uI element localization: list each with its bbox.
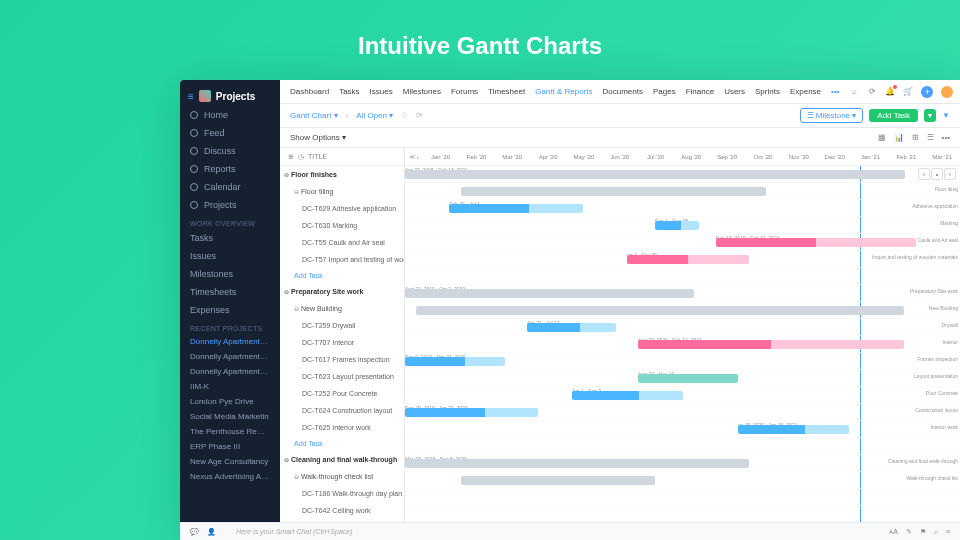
add-icon[interactable]: + [921, 86, 933, 98]
gantt-row[interactable]: New Building [405, 302, 960, 319]
refresh-icon[interactable]: ⟳ [867, 87, 877, 97]
gantt-body[interactable]: ‹ • › Apr 27, 2018 - Feb 13, 2021Floor t… [405, 166, 960, 540]
gantt-bar[interactable] [572, 391, 683, 400]
gantt-bar[interactable] [405, 170, 905, 179]
bell-icon[interactable]: 🔔 [885, 87, 895, 97]
nav-discuss[interactable]: Discuss [180, 142, 280, 160]
gantt-bar[interactable] [738, 425, 849, 434]
gantt-chart[interactable]: ≪ ‹ Jan '20Feb '20Mar '20Apr '20May '20J… [405, 148, 960, 540]
gantt-bar[interactable] [416, 306, 904, 315]
project-item[interactable]: Donnelly Apartments C [180, 364, 280, 379]
timeline-prev[interactable]: ≪ ‹ [405, 153, 423, 160]
nav-feed[interactable]: Feed [180, 124, 280, 142]
gantt-row[interactable]: Apr 27, 2018 - Feb 13, 2021 [405, 166, 960, 183]
wo-tasks[interactable]: Tasks [180, 229, 280, 247]
bottom-icon-2[interactable]: 👤 [207, 528, 216, 536]
bottom-b[interactable]: ✎ [906, 528, 912, 536]
opt-icon-2[interactable]: 📊 [894, 133, 904, 142]
tab-dashboard[interactable]: Dashboard [290, 87, 329, 96]
project-item[interactable]: Donnelly Apartments C [180, 334, 280, 349]
star-icon[interactable]: ☆ [401, 111, 408, 120]
wo-issues[interactable]: Issues [180, 247, 280, 265]
task-row[interactable]: DC-T624 Construction layout [280, 402, 404, 419]
bottom-d[interactable]: ⌕ [934, 528, 938, 536]
nav-reports[interactable]: Reports [180, 160, 280, 178]
gantt-bar[interactable] [638, 374, 738, 383]
task-row[interactable]: DC-T630 Marking [280, 217, 404, 234]
expand-icon[interactable]: ⊕ [288, 153, 294, 161]
opt-icon-more[interactable]: ••• [942, 133, 950, 142]
gantt-bar[interactable] [405, 408, 538, 417]
gantt-row[interactable]: Jun 1 - Sep 9Pour Concrete [405, 387, 960, 404]
task-row[interactable]: DC-T707 Interior [280, 334, 404, 351]
gantt-row[interactable]: Apr 21 - Jul 17Drywall [405, 319, 960, 336]
gantt-row[interactable]: ov 15, 2020 - Jan 15, 2021Interior work [405, 421, 960, 438]
milestone-button[interactable]: ☰ Milestone ▾ [800, 108, 864, 123]
gantt-row[interactable]: Aug 23, 2020 - Feb 12, 2021Interior [405, 336, 960, 353]
bottom-c[interactable]: ⚑ [920, 528, 926, 536]
view-dropdown[interactable]: Gantt Chart ▾ [290, 111, 338, 120]
gantt-bar[interactable] [627, 255, 749, 264]
cart-icon[interactable]: 🛒 [903, 87, 913, 97]
gantt-bar[interactable] [527, 323, 616, 332]
nav-home[interactable]: Home [180, 106, 280, 124]
gantt-bar[interactable] [461, 187, 766, 196]
project-item[interactable]: Social Media Marketin [180, 409, 280, 424]
sidebar-brand[interactable]: ≡ Projects [180, 86, 280, 106]
project-item[interactable]: IIM-K [180, 379, 280, 394]
chat-hint[interactable]: Here is your Smart Chat (Ctrl+Space) [236, 528, 353, 535]
project-item[interactable]: London Pye Drive [180, 394, 280, 409]
task-row[interactable]: DC-T252 Pour Concrete [280, 385, 404, 402]
refresh-icon-2[interactable]: ⟳ [416, 111, 423, 120]
task-row[interactable]: ⊖New Building [280, 300, 404, 317]
tab-users[interactable]: Users [724, 87, 745, 96]
gantt-bar[interactable] [449, 204, 582, 213]
tab-tasks[interactable]: Tasks [339, 87, 359, 96]
gantt-row[interactable] [405, 506, 960, 523]
task-row[interactable]: DC-T617 Frames inspection [280, 351, 404, 368]
gantt-row[interactable] [405, 489, 960, 506]
gantt-row[interactable]: Feb 26 - Jul 1Adhesive application [405, 200, 960, 217]
task-row[interactable]: DC-T55 Caulk and Air seal [280, 234, 404, 251]
task-row[interactable]: DC-T259 Drywall [280, 317, 404, 334]
add-task-link[interactable]: Add Task [280, 436, 404, 451]
bottom-e[interactable]: ≡ [946, 528, 950, 536]
gantt-row[interactable]: Floor tiling [405, 183, 960, 200]
add-task-link[interactable]: Add Task [280, 268, 404, 283]
add-task-button[interactable]: Add Task [869, 109, 918, 122]
gantt-row[interactable]: ug 4 - Nov 30Import and testing of woode… [405, 251, 960, 268]
task-row[interactable]: ⊖Floor tiling [280, 183, 404, 200]
tab-sprints[interactable]: Sprints [755, 87, 780, 96]
bottom-icon-1[interactable]: 💬 [190, 528, 199, 536]
tab-forums[interactable]: Forums [451, 87, 478, 96]
wo-expenses[interactable]: Expenses [180, 301, 280, 319]
gantt-row[interactable]: May 25, 2018 - Dec 8, 2020Cleaning and f… [405, 455, 960, 472]
task-row[interactable]: DC-T629 Adhesive application [280, 200, 404, 217]
gantt-bar[interactable] [405, 289, 694, 298]
task-row[interactable]: DC-T625 Interior work [280, 419, 404, 436]
filter-dropdown[interactable]: All Open ▾ [356, 111, 393, 120]
nav-projects[interactable]: Projects [180, 196, 280, 214]
task-row[interactable]: DC-T623 Layout presentation [280, 368, 404, 385]
gantt-bar[interactable] [405, 357, 505, 366]
wo-timesheets[interactable]: Timesheets [180, 283, 280, 301]
title-header[interactable]: ⊕ ◷ TITLE [280, 148, 404, 166]
avatar[interactable] [941, 86, 953, 98]
task-row[interactable]: DC-T57 Import and testing of wood [280, 251, 404, 268]
gantt-row[interactable]: Sep 29, 2019 - Apr 27, 2020Construction … [405, 404, 960, 421]
task-row[interactable]: DC-T642 Ceiling work [280, 502, 404, 519]
filter-icon[interactable]: ▼ [942, 111, 950, 120]
project-item[interactable]: New Age Consultancy [180, 454, 280, 469]
tab-timesheet[interactable]: Timesheet [488, 87, 525, 96]
nav-calendar[interactable]: Calendar [180, 178, 280, 196]
bottom-a[interactable]: ᴀA [889, 528, 898, 536]
opt-icon-3[interactable]: ⊞ [912, 133, 919, 142]
gantt-bar[interactable] [716, 238, 916, 247]
menu-icon[interactable]: ≡ [188, 91, 194, 102]
tab-milestones[interactable]: Milestones [403, 87, 441, 96]
tab-documents[interactable]: Documents [603, 87, 643, 96]
task-row[interactable]: ⊖Walk-through check list [280, 468, 404, 485]
tab-issues[interactable]: Issues [370, 87, 393, 96]
gantt-bar[interactable] [405, 459, 749, 468]
gantt-bar[interactable] [655, 221, 699, 230]
